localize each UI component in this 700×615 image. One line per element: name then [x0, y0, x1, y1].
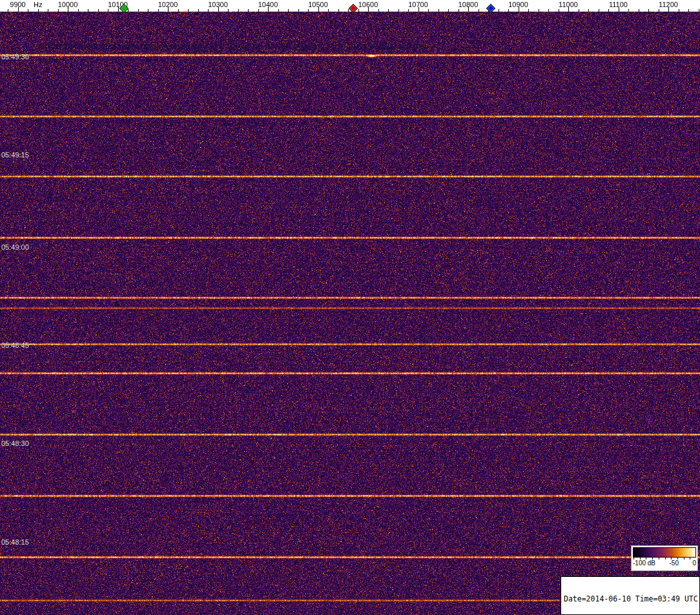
ruler-tick [378, 9, 379, 12]
ruler-tick [48, 9, 48, 12]
frequency-tick-label: 10600 [358, 1, 378, 8]
ruler-tick [178, 9, 179, 12]
ruler-tick [188, 9, 189, 12]
ruler-tick [679, 9, 679, 12]
time-offset-annotation: ^t+28 [37, 58, 52, 65]
time-label: 05:48:15 [1, 538, 29, 546]
ruler-tick [308, 9, 309, 12]
ruler-tick [358, 9, 359, 12]
color-gradient-bar [633, 547, 696, 558]
ruler-tick [639, 9, 639, 12]
ruler-tick [338, 9, 339, 12]
ruler-tick [248, 9, 249, 12]
time-label: 05:48:30 [1, 439, 29, 447]
time-label: 05:49:30 [1, 53, 29, 61]
info-date-time: Date=2014-06-10 Time=03:49 UTC [564, 595, 697, 603]
frequency-tick-label: 10500 [308, 1, 328, 8]
ruler-tick [659, 9, 659, 12]
ruler-tick [479, 9, 479, 12]
ruler-tick [588, 9, 589, 12]
ruler-tick [158, 9, 159, 12]
frequency-tick-label: 10700 [408, 1, 428, 8]
ruler-tick [108, 9, 108, 12]
ruler-tick [448, 9, 449, 12]
ruler-tick [458, 9, 459, 12]
frequency-tick-label: 10800 [458, 1, 479, 8]
ruler-tick [28, 9, 28, 12]
time-label: 05:48:45 [1, 341, 29, 349]
ruler-tick [628, 9, 629, 12]
legend-labels: -100 dB -50 0 [632, 560, 697, 568]
frequency-ruler: 9900100001010010200103001040010500106001… [0, 0, 700, 12]
ruler-tick [508, 9, 509, 12]
ruler-tick [128, 9, 129, 12]
ruler-tick [228, 9, 229, 12]
frequency-tick-label: 10300 [208, 1, 228, 8]
ruler-tick [699, 9, 699, 12]
ruler-tick [58, 9, 59, 12]
red-diamond-marker[interactable] [349, 4, 358, 13]
ruler-tick [428, 9, 429, 12]
legend-max-label: 0 [692, 560, 696, 567]
legend-mid-label: -50 [670, 560, 679, 567]
ruler-tick [288, 9, 289, 12]
ruler-tick [8, 9, 8, 12]
ruler-tick [138, 9, 139, 12]
blue-diamond-marker[interactable] [486, 4, 495, 13]
ruler-tick [499, 9, 499, 12]
spectrogram-canvas[interactable] [0, 12, 700, 615]
frequency-tick-label: 10200 [158, 1, 178, 8]
ruler-tick [298, 9, 299, 12]
ruler-tick [599, 9, 599, 12]
ruler-tick [548, 9, 549, 12]
ruler-tick [78, 9, 79, 12]
legend-min-label: -100 dB [633, 560, 655, 567]
ruler-tick [198, 9, 199, 12]
ruler-tick [238, 9, 239, 12]
ruler-tick [539, 9, 539, 12]
ruler-tick [348, 9, 349, 12]
frequency-tick-label: 11200 [659, 1, 678, 8]
frequency-tick-label: 10400 [258, 1, 278, 8]
frequency-unit-label: Hz [34, 1, 42, 8]
ruler-tick [328, 9, 329, 12]
ruler-tick [559, 9, 559, 12]
ruler-tick [38, 9, 39, 12]
time-label: 05:49:00 [1, 243, 29, 251]
ruler-tick [408, 9, 409, 12]
ruler-tick [438, 9, 439, 12]
spectrogram-plot: 20140610034928760 bCnt52 nb-84 f10598 hi… [0, 12, 700, 615]
frequency-tick-label: 11000 [559, 1, 578, 8]
ruler-tick [388, 9, 389, 12]
observation-info-box: Date=2014-06-10 Time=03:49 UTC Freq=143 … [561, 576, 700, 615]
ruler-tick [579, 9, 579, 12]
ruler-tick [148, 9, 149, 12]
frequency-tick-label: 10900 [508, 1, 528, 8]
time-label: 05:49:15 [1, 151, 29, 159]
frequency-tick-label: 11100 [609, 1, 628, 8]
ruler-tick [98, 9, 99, 12]
ruler-tick [258, 9, 259, 12]
frequency-tick-label: 10000 [58, 1, 78, 8]
detection-annotation: 20140610034928760 bCnt52 nb-84 f10598 hi… [37, 43, 424, 50]
ruler-tick [528, 9, 529, 12]
ruler-tick [88, 9, 88, 12]
meteor-echo-spectrogram-app: 9900100001010010200103001040010500106001… [0, 0, 700, 615]
ruler-tick [208, 9, 209, 12]
ruler-tick [648, 9, 649, 12]
ruler-tick [398, 9, 399, 12]
ruler-tick [608, 9, 609, 12]
frequency-tick-label: 9900 [10, 1, 25, 8]
ruler-tick [278, 9, 279, 12]
ruler-tick [688, 9, 689, 12]
color-scale-legend: -100 dB -50 0 [631, 545, 698, 571]
